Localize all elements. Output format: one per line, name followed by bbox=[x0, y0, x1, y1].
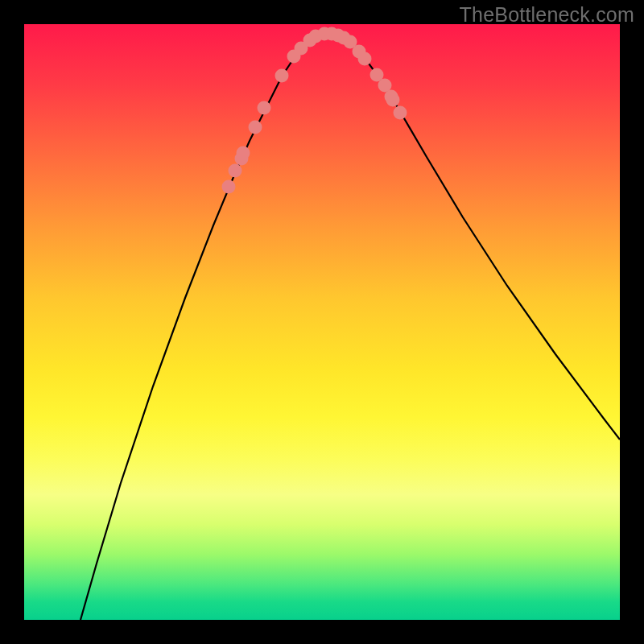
highlight-dot bbox=[237, 147, 250, 160]
plot-area bbox=[24, 24, 620, 620]
watermark-text: TheBottleneck.com bbox=[460, 3, 634, 27]
outer-frame: TheBottleneck.com bbox=[0, 0, 644, 644]
chart-svg bbox=[24, 24, 620, 620]
highlight-dot bbox=[275, 69, 289, 83]
highlight-dot bbox=[394, 106, 407, 120]
bottleneck-curve bbox=[80, 34, 620, 620]
highlight-dots-group bbox=[222, 27, 407, 194]
highlight-dot bbox=[229, 164, 242, 178]
highlight-dot bbox=[249, 121, 262, 134]
highlight-dot bbox=[386, 93, 400, 107]
highlight-dot bbox=[358, 52, 372, 66]
highlight-dot bbox=[222, 180, 236, 194]
highlight-dot bbox=[258, 101, 271, 115]
